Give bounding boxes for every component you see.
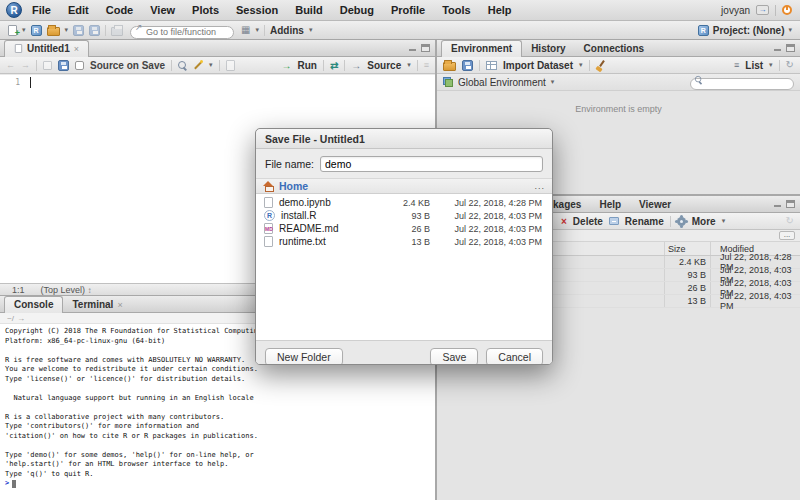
code-tools-caret-icon[interactable]: ▾ xyxy=(209,61,213,69)
power-icon[interactable] xyxy=(782,5,792,15)
environment-toolbar: Import Dataset ▾ ≡ List ▾ ↻ xyxy=(437,57,800,74)
source-on-save-checkbox[interactable] xyxy=(75,61,84,70)
menu-build[interactable]: Build xyxy=(295,4,323,16)
path-more-button[interactable]: ... xyxy=(779,231,795,240)
global-env-selector[interactable]: Global Environment xyxy=(458,77,546,88)
pane-layout-icon[interactable]: ▦ xyxy=(241,25,250,35)
compile-report-icon[interactable] xyxy=(226,60,235,71)
print-icon[interactable] xyxy=(111,27,123,36)
rename-button[interactable]: Rename xyxy=(625,216,664,227)
environment-search-input[interactable] xyxy=(690,78,794,90)
pane-layout-caret-icon[interactable]: ▾ xyxy=(255,26,259,34)
menu-profile[interactable]: Profile xyxy=(391,4,425,16)
minimize-files-icon[interactable] xyxy=(773,200,782,208)
working-dir-arrow-icon[interactable]: → xyxy=(17,314,25,323)
tab-close-icon[interactable]: × xyxy=(74,44,79,54)
tab-console[interactable]: Console xyxy=(4,296,63,313)
save-icon[interactable] xyxy=(73,25,84,36)
maximize-env-icon[interactable] xyxy=(786,44,795,52)
back-icon[interactable]: ← xyxy=(6,60,15,70)
delete-button[interactable]: Delete xyxy=(573,216,603,227)
more-caret-icon[interactable]: ▾ xyxy=(722,217,726,225)
cancel-button[interactable]: Cancel xyxy=(486,348,543,366)
minimize-env-icon[interactable] xyxy=(773,44,782,52)
clear-workspace-icon[interactable] xyxy=(596,60,606,71)
project-selector[interactable]: R Project: (None) ▾ xyxy=(698,25,800,36)
column-size[interactable]: Size xyxy=(664,242,710,255)
addins-caret-icon[interactable]: ▾ xyxy=(309,26,313,34)
menu-tools[interactable]: Tools xyxy=(442,4,471,16)
tab-terminal-close-icon[interactable]: × xyxy=(117,300,122,310)
addins-button[interactable]: Addins xyxy=(270,25,304,36)
menu-plots[interactable]: Plots xyxy=(192,4,219,16)
open-recent-caret-icon[interactable]: ▾ xyxy=(65,26,69,34)
menu-help[interactable]: Help xyxy=(488,4,512,16)
tab-terminal-label: Terminal xyxy=(72,299,113,310)
popout-icon[interactable] xyxy=(43,61,52,70)
global-env-caret-icon[interactable]: ▾ xyxy=(551,78,555,86)
source-caret-icon[interactable]: ▾ xyxy=(407,61,411,69)
file-row[interactable]: README.md 26 B Jul 22, 2018, 4:03 PM xyxy=(256,222,552,235)
new-file-icon[interactable]: + xyxy=(8,25,17,36)
tab-environment[interactable]: Environment xyxy=(441,40,522,57)
tab-history[interactable]: History xyxy=(522,41,574,56)
refresh-env-icon[interactable]: ↻ xyxy=(786,60,794,70)
environment-scope-row: Global Environment ▾ xyxy=(437,74,800,91)
menu-session[interactable]: Session xyxy=(236,4,278,16)
maximize-pane-icon[interactable] xyxy=(421,44,430,52)
file-row[interactable]: install.R 93 B Jul 22, 2018, 4:03 PM xyxy=(256,209,552,222)
r-logo-icon: R xyxy=(6,2,22,18)
import-dataset-caret-icon[interactable]: ▾ xyxy=(579,61,583,69)
tab-untitled1[interactable]: Untitled1 × xyxy=(4,40,89,57)
breadcrumb-home-link[interactable]: Home xyxy=(279,180,308,192)
breadcrumb-more-button[interactable]: ... xyxy=(534,181,545,191)
tab-help[interactable]: Help xyxy=(590,197,630,212)
refresh-files-icon[interactable]: ↻ xyxy=(786,216,794,226)
logout-icon[interactable]: → xyxy=(756,5,769,15)
menu-view[interactable]: View xyxy=(150,4,175,16)
menu-code[interactable]: Code xyxy=(106,4,134,16)
open-file-icon[interactable] xyxy=(47,27,60,36)
search-icon xyxy=(695,76,702,83)
rerun-icon[interactable]: ⇄ xyxy=(330,60,338,71)
save-all-icon[interactable] xyxy=(89,25,100,36)
rstudio-window: R File Edit Code View Plots Session Buil… xyxy=(0,0,800,500)
scope-selector[interactable]: (Top Level) ↕ xyxy=(41,285,92,295)
new-project-icon[interactable]: R xyxy=(31,25,42,36)
save-source-icon[interactable] xyxy=(58,60,69,71)
menus: File Edit Code View Plots Session Build … xyxy=(32,4,512,16)
save-button[interactable]: Save xyxy=(430,348,478,366)
maximize-files-icon[interactable] xyxy=(786,200,795,208)
menu-edit[interactable]: Edit xyxy=(68,4,89,16)
menu-debug[interactable]: Debug xyxy=(340,4,374,16)
tab-environment-label: Environment xyxy=(451,43,512,54)
document-outline-icon[interactable]: ≡ xyxy=(424,60,429,70)
code-tools-icon[interactable] xyxy=(193,60,203,70)
find-replace-icon[interactable] xyxy=(178,61,187,70)
file-size: 13 B xyxy=(382,237,430,247)
tab-connections[interactable]: Connections xyxy=(575,41,654,56)
source-button[interactable]: Source xyxy=(367,60,401,71)
save-workspace-icon[interactable] xyxy=(462,60,473,71)
new-folder-button[interactable]: New Folder xyxy=(265,348,343,366)
file-row[interactable]: demo.ipynb 2.4 KB Jul 22, 2018, 4:28 PM xyxy=(256,196,552,209)
environment-tabbar: Environment History Connections xyxy=(437,40,800,57)
file-name: demo.ipynb xyxy=(279,197,376,208)
file-row[interactable]: runtime.txt 13 B Jul 22, 2018, 4:03 PM xyxy=(256,235,552,248)
import-dataset-button[interactable]: Import Dataset xyxy=(503,60,573,71)
scope-label: (Top Level) xyxy=(41,285,86,295)
tab-terminal[interactable]: Terminal × xyxy=(63,297,131,312)
more-button[interactable]: More xyxy=(692,216,716,227)
forward-icon[interactable]: → xyxy=(21,60,30,70)
run-button[interactable]: Run xyxy=(297,60,316,71)
file-name-input[interactable] xyxy=(320,156,543,172)
rscript-file-icon xyxy=(15,44,22,53)
goto-file-input[interactable] xyxy=(130,26,234,39)
tab-viewer[interactable]: Viewer xyxy=(630,197,680,212)
list-view-button[interactable]: List xyxy=(745,60,763,71)
menu-file[interactable]: File xyxy=(32,4,51,16)
list-view-caret-icon[interactable]: ▾ xyxy=(769,61,773,69)
minimize-pane-icon[interactable] xyxy=(408,44,417,52)
new-file-caret-icon[interactable]: ▾ xyxy=(22,26,26,34)
load-workspace-icon[interactable] xyxy=(443,62,456,71)
